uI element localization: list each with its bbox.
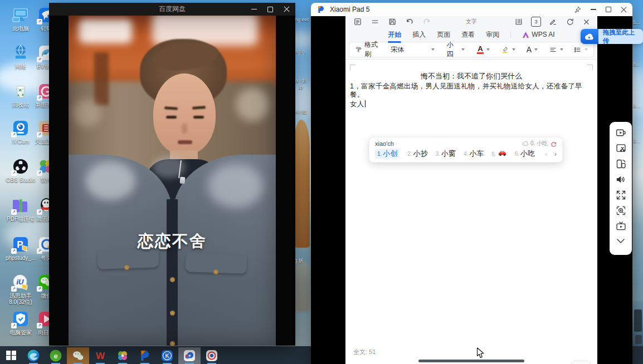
running-indicator bbox=[185, 363, 194, 364]
shortcut-arrow-icon: ↗ bbox=[11, 286, 17, 292]
doc-type-label: 文字 bbox=[466, 18, 477, 26]
taskbar-start-button[interactable] bbox=[0, 347, 22, 364]
pc-manager-icon: ↗ bbox=[11, 309, 30, 328]
font-size-select[interactable]: 小四 bbox=[447, 40, 465, 59]
netdisk-upload-badge[interactable]: 拖拽至此上传 bbox=[581, 29, 643, 44]
close-icon[interactable] bbox=[284, 6, 290, 12]
pad-screen-letterbox: 文字 3 开始 插入 页面 查看 审阅 bbox=[311, 16, 632, 364]
tab-view[interactable]: 查看 bbox=[461, 30, 475, 40]
close-document-icon[interactable] bbox=[582, 18, 591, 26]
ime-candidate-5-car[interactable]: 5. bbox=[491, 150, 506, 158]
share-sync-icon[interactable] bbox=[566, 17, 574, 26]
pin-icon[interactable] bbox=[574, 6, 581, 13]
pad-window-title: Xiaomi Pad 5 bbox=[330, 6, 369, 13]
collapse-panel-chevron-icon[interactable] bbox=[616, 238, 626, 244]
screenshot-clip-icon[interactable] bbox=[615, 142, 627, 154]
video-window-title: 百度网盘 bbox=[159, 4, 186, 14]
desktop: ng eet ng g ng 妇 ip ng 短 e 创... 计 知 4...… bbox=[0, 0, 643, 364]
gesture-home-bar[interactable] bbox=[418, 360, 524, 362]
page-margin-mark bbox=[587, 65, 593, 70]
wps-ai-logo-icon bbox=[522, 31, 529, 38]
record-screen-icon[interactable] bbox=[615, 127, 627, 139]
tab-wps-ai[interactable]: WPS AI bbox=[522, 31, 554, 38]
ime-candidate-2[interactable]: 2.小抄 bbox=[407, 149, 427, 159]
ime-pinyin-toggle[interactable]: 拼 bbox=[572, 361, 591, 364]
list-button[interactable] bbox=[573, 46, 588, 54]
document-title-line: 悔不当初：我不追了你们哭什么 bbox=[345, 71, 597, 81]
shortcut-arrow-icon: ↗ bbox=[11, 209, 17, 215]
ime-candidate-1[interactable]: 1.小创 bbox=[375, 149, 400, 159]
running-indicator bbox=[96, 363, 105, 364]
ime-candidate-3[interactable]: 3.小窗 bbox=[436, 149, 456, 159]
zoom-magnifier-icon[interactable] bbox=[615, 205, 627, 217]
maximize-icon[interactable] bbox=[606, 7, 611, 12]
ime-next-page[interactable]: › bbox=[554, 150, 557, 158]
taskbar-baidu-netdisk-active[interactable] bbox=[178, 347, 201, 364]
pad-window-titlebar[interactable]: Xiaomi Pad 5 bbox=[311, 3, 632, 16]
ime-refresh-icon[interactable] bbox=[551, 141, 557, 147]
taskbar-360-browser[interactable]: e bbox=[45, 347, 67, 364]
video-window-titlebar[interactable]: 百度网盘 bbox=[49, 3, 295, 16]
taskbar-wps-office[interactable] bbox=[134, 347, 156, 364]
shortcut-arrow-icon: ↗ bbox=[37, 248, 42, 254]
taskbar-flower-app[interactable] bbox=[111, 347, 134, 364]
align-button[interactable] bbox=[549, 46, 563, 54]
taskbar-wechat-active[interactable] bbox=[67, 347, 89, 364]
rotate-device-icon[interactable] bbox=[615, 158, 627, 170]
columns-icon[interactable] bbox=[514, 17, 523, 26]
font-color-a-icon: A bbox=[477, 45, 483, 54]
upload-badge-label: 拖拽至此上传 bbox=[598, 29, 643, 44]
shortcut-arrow-icon: ↗ bbox=[37, 132, 42, 137]
highlight-color-button[interactable] bbox=[501, 46, 515, 54]
document-canvas[interactable]: 悔不当初：我不追了你们哭什么 1，富家千金高燃出场，男人见面送礼物，并买礼物送给… bbox=[345, 59, 597, 364]
font-color-button[interactable]: A bbox=[477, 45, 489, 54]
ime-composition: xiao'ch bbox=[375, 140, 394, 147]
running-indicator bbox=[163, 363, 172, 364]
bullet-list-icon bbox=[573, 46, 582, 54]
running-indicator bbox=[51, 363, 60, 364]
pen-sign-icon[interactable] bbox=[549, 17, 558, 26]
ime-candidate-6[interactable]: 6.小吃 bbox=[515, 149, 535, 159]
ime-prev-page[interactable]: ‹ bbox=[545, 150, 547, 158]
minimize-icon[interactable] bbox=[591, 9, 596, 10]
icon-label-fragment: è... bbox=[633, 103, 642, 109]
close-icon[interactable] bbox=[621, 7, 627, 13]
speaker-icon[interactable] bbox=[615, 174, 627, 185]
minimize-icon[interactable] bbox=[251, 9, 257, 10]
tab-review[interactable]: 审阅 bbox=[486, 30, 499, 40]
taskbar-edge[interactable] bbox=[22, 347, 45, 364]
chevron-down-icon bbox=[512, 48, 515, 51]
ime-candidate-4[interactable]: 4.小车 bbox=[464, 149, 484, 159]
fullscreen-icon[interactable] bbox=[615, 189, 627, 201]
windows-logo-icon bbox=[6, 351, 16, 361]
maximize-icon[interactable] bbox=[267, 7, 273, 12]
tab-page[interactable]: 页面 bbox=[437, 30, 450, 40]
taskbar-k-app[interactable]: K bbox=[156, 347, 178, 364]
video-content[interactable]: 恋恋不舍 bbox=[69, 16, 276, 346]
chevron-down-icon bbox=[584, 48, 588, 51]
pdf-folder-icon: ↗ bbox=[11, 196, 30, 215]
text-effects-a-icon: A bbox=[527, 45, 532, 54]
running-indicator bbox=[118, 363, 127, 364]
format-painter-button[interactable]: 格式刷 bbox=[355, 40, 383, 59]
page-number-icon[interactable]: 3 bbox=[531, 17, 541, 27]
tab-home[interactable]: 开始 bbox=[388, 30, 401, 40]
word-count-status: 全文: 51 bbox=[353, 348, 376, 356]
taskbar-recorder[interactable] bbox=[201, 347, 223, 364]
shortcut-arrow-icon: ↗ bbox=[37, 286, 42, 292]
cloud-icon bbox=[522, 141, 529, 146]
text-effects-button[interactable]: A bbox=[527, 45, 538, 54]
ime-cloud-candidate[interactable]: 0. 小吃 bbox=[530, 140, 548, 147]
tv-cast-icon[interactable] bbox=[615, 220, 627, 232]
font-name-select[interactable]: 宋体 bbox=[391, 45, 434, 55]
pad-mirror-window: Xiaomi Pad 5 文字 bbox=[311, 3, 632, 364]
chevron-down-icon bbox=[534, 48, 538, 51]
taskbar-wps-writer[interactable]: W bbox=[89, 347, 111, 364]
format-toolbar: 格式刷 宋体 小四 A bbox=[345, 42, 597, 58]
desktop-icon-partial bbox=[635, 335, 642, 344]
cliff-reflection-deco bbox=[294, 262, 310, 312]
obs-studio-icon: ↗ bbox=[11, 157, 30, 176]
tab-insert[interactable]: 插入 bbox=[412, 30, 426, 40]
shortcut-arrow-icon: ↗ bbox=[11, 323, 17, 328]
chevron-down-icon bbox=[560, 48, 563, 51]
